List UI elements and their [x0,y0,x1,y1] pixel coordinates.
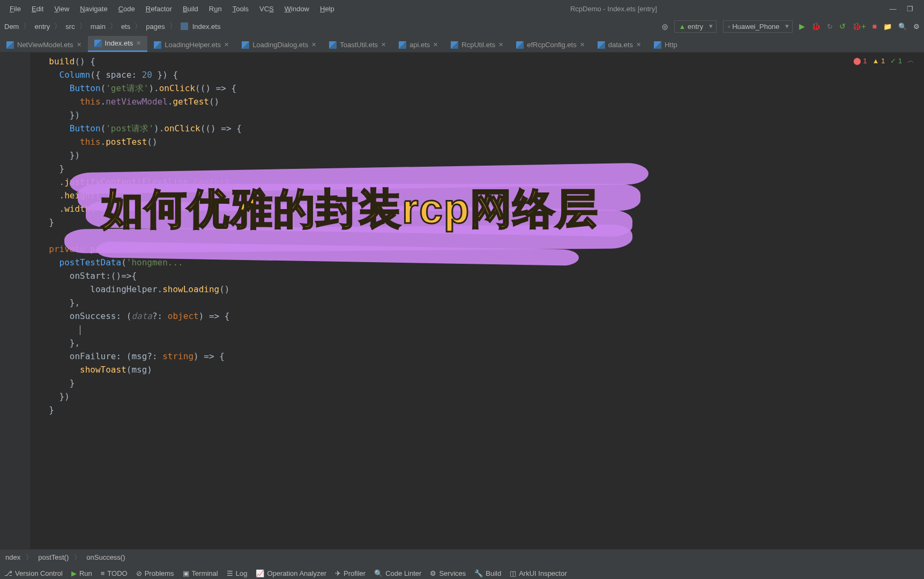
menu-build[interactable]: Build [177,3,204,15]
tab-rcputil[interactable]: RcpUtil.ets✕ [444,38,510,52]
menu-code[interactable]: Code [113,3,140,15]
crumb-file[interactable]: Index.ets [192,23,221,31]
ets-icon [94,40,102,47]
menu-vcs[interactable]: VCS [254,3,279,15]
crumb-2[interactable]: src [65,23,74,31]
rerun-icon[interactable]: ↺ [839,22,846,31]
close-icon[interactable]: ✕ [136,40,141,47]
crumb-1[interactable]: entry [34,23,50,31]
terminal-icon: ▣ [183,569,189,577]
tool-code-linter[interactable]: 🔍Code Linter [374,569,421,577]
tab-http[interactable]: Http [647,38,684,52]
editor-tabs: NetViewModel.ets✕ Index.ets✕ LoadingHelp… [0,35,924,53]
tab-api[interactable]: api.ets✕ [392,38,444,52]
maximize-button[interactable]: ❐ [905,5,915,13]
trail-inner[interactable]: onSuccess() [86,553,125,561]
ets-icon [654,41,661,49]
close-icon[interactable]: ✕ [498,41,503,48]
menu-navigate[interactable]: Navigate [74,3,113,15]
ets-icon [451,41,458,49]
coverage-icon[interactable]: ↻ [827,23,833,31]
tab-netviewmodel[interactable]: NetViewModel.ets✕ [0,38,88,52]
settings-icon[interactable]: ⚙ [913,23,920,31]
close-icon[interactable]: ✕ [580,41,585,48]
tab-loadinghelper[interactable]: LoadingHelper.ets✕ [147,38,235,52]
log-icon: ☰ [227,569,233,577]
tool-arkui-inspector[interactable]: ◫ArkUI Inspector [510,569,567,577]
window-title: RcpDemo - Index.ets [entry] [340,5,888,13]
profiler-icon: ✈ [335,569,341,577]
trail-method[interactable]: postTest() [38,553,69,561]
tab-loadingdialog[interactable]: LoadingDialog.ets✕ [235,38,323,52]
attach-icon[interactable]: 🐞+ [852,22,866,31]
crumb-4[interactable]: ets [121,23,130,31]
device-select[interactable]: ▫ Huawei_Phone [723,20,793,33]
menu-tools[interactable]: Tools [227,3,254,15]
trail-class[interactable]: ndex [5,553,20,561]
open-file-icon[interactable]: 📁 [883,23,892,31]
menu-bar: FFileile Edit View Navigate Code Refacto… [0,0,924,17]
menu-view[interactable]: View [49,3,74,15]
analyzer-icon: 📈 [256,569,264,577]
tab-index[interactable]: Index.ets✕ [88,36,148,52]
tool-terminal[interactable]: ▣Terminal [183,569,218,577]
tool-run[interactable]: ▶Run [71,569,92,577]
debug-icon[interactable]: 🐞 [811,22,821,31]
close-icon[interactable]: ✕ [77,41,81,48]
vcs-icon: ⎇ [4,569,12,577]
collapse-icon[interactable]: ︿ [907,56,914,65]
tool-log[interactable]: ☰Log [227,569,248,577]
error-indicator[interactable]: ⬤ 1 [853,57,867,65]
tool-profiler[interactable]: ✈Profiler [335,569,366,577]
menu-edit[interactable]: Edit [26,3,49,15]
line-gutter [0,53,21,549]
menu-file[interactable]: FFileile [4,3,26,15]
search-icon[interactable]: 🔍 [898,23,907,31]
tab-toastutil[interactable]: ToastUtil.ets✕ [323,38,392,52]
warning-indicator[interactable]: ▲ 1 [872,57,885,65]
close-icon[interactable]: ✕ [224,41,229,48]
code-editor[interactable]: build() { Column({ space: 20 }) { Button… [30,53,924,549]
menu-refactor[interactable]: Refactor [140,3,177,15]
close-icon[interactable]: ✕ [381,41,386,48]
minimize-button[interactable]: — [888,5,898,13]
tool-version-control[interactable]: ⎇Version Control [4,569,63,577]
problems-icon: ⊘ [136,569,142,577]
linter-icon: 🔍 [374,569,383,577]
menu-run[interactable]: Run [204,3,227,15]
tool-problems[interactable]: ⊘Problems [136,569,174,577]
menu-help[interactable]: Help [315,3,340,15]
inspection-widget[interactable]: ⬤ 1 ▲ 1 ✓ 1 ︿ [853,56,914,65]
run-icon[interactable]: ▶ [799,22,805,31]
ets-icon [6,41,14,49]
tool-todo[interactable]: ≡TODO [101,569,128,577]
crumb-3[interactable]: main [91,23,106,31]
tab-efrcpconfig[interactable]: efRcpConfig.ets✕ [510,38,591,52]
ok-indicator[interactable]: ✓ 1 [890,57,902,65]
run-config-select[interactable]: ▲ entry [674,20,717,33]
close-icon[interactable]: ✕ [636,41,641,48]
build-icon: 🔧 [474,569,483,577]
run-icon: ▶ [71,569,77,577]
ets-icon [598,41,605,49]
ets-icon [154,41,161,49]
tool-services[interactable]: ⚙Services [430,569,466,577]
close-icon[interactable]: ✕ [433,41,438,48]
structure-breadcrumb: ndex〉 postTest()〉 onSuccess() [0,549,924,565]
menu-window[interactable]: Window [279,3,315,15]
target-icon[interactable]: ◎ [662,23,668,31]
tool-build[interactable]: 🔧Build [474,569,501,577]
ets-icon [242,41,249,49]
tab-data[interactable]: data.ets✕ [591,38,647,52]
editor-area[interactable]: build() { Column({ space: 20 }) { Button… [0,53,924,549]
tool-operation-analyzer[interactable]: 📈Operation Analyzer [256,569,326,577]
window-controls: — ❐ [888,5,920,13]
fold-gutter [21,53,30,549]
crumb-5[interactable]: pages [146,23,165,31]
ets-icon [329,41,337,49]
stop-icon[interactable]: ■ [873,22,877,31]
breadcrumb-toolbar: Dem〉 entry〉 src〉 main〉 ets〉 pages〉 Index… [0,17,924,35]
ets-icon [516,41,524,49]
crumb-0[interactable]: Dem [4,23,19,31]
close-icon[interactable]: ✕ [311,41,316,48]
